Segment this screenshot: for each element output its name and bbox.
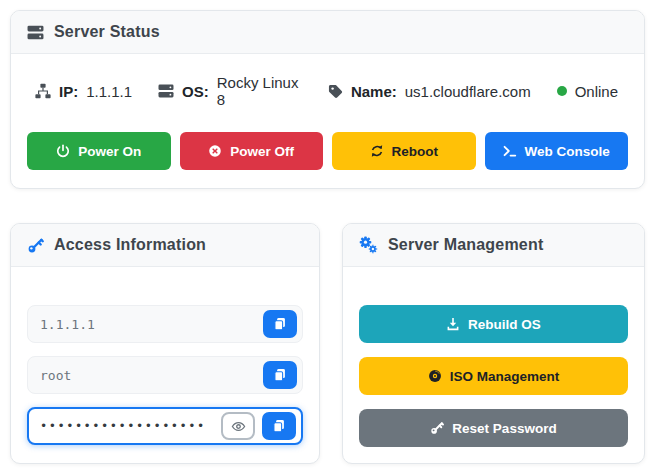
power-on-label: Power On	[78, 144, 141, 159]
power-on-button[interactable]: Power On	[27, 132, 171, 170]
reboot-button[interactable]: Reboot	[332, 132, 476, 170]
server-small-icon	[158, 83, 174, 99]
disc-icon	[428, 369, 442, 383]
ip-label: IP:	[59, 83, 78, 100]
rebuild-os-label: Rebuild OS	[468, 317, 541, 332]
copy-icon	[273, 368, 287, 382]
server-status-body: IP: 1.1.1.1 OS: Rocky Linux 8	[11, 54, 644, 188]
copy-username-button[interactable]	[263, 361, 297, 389]
key-small-icon	[430, 421, 444, 435]
reboot-label: Reboot	[392, 144, 439, 159]
page: Server Status IP: 1.1.1.1	[0, 0, 655, 474]
ip-field-group	[27, 305, 303, 343]
server-info-row: IP: 1.1.1.1 OS: Rocky Linux 8	[35, 74, 622, 108]
tag-icon	[328, 84, 343, 99]
iso-management-button[interactable]: ISO Management	[359, 357, 628, 395]
username-field-group	[27, 356, 303, 394]
os-info: OS: Rocky Linux 8	[158, 74, 302, 108]
sync-icon	[370, 144, 384, 158]
power-icon	[56, 144, 70, 158]
server-management-body: Rebuild OS ISO Management	[343, 267, 644, 463]
os-label: OS:	[182, 83, 209, 100]
copy-password-button[interactable]	[262, 412, 296, 440]
server-management-header: Server Management	[343, 224, 644, 267]
terminal-icon	[503, 144, 517, 158]
name-value: us1.cloudflare.com	[405, 83, 531, 100]
access-information-header: Access Information	[11, 224, 319, 267]
copy-icon	[272, 419, 286, 433]
username-field[interactable]	[40, 368, 256, 383]
toggle-password-visibility-button[interactable]	[221, 412, 255, 440]
online-dot	[557, 86, 567, 96]
ip-info: IP: 1.1.1.1	[35, 83, 132, 100]
access-information-card: Access Information	[10, 223, 320, 464]
circle-x-icon	[208, 144, 222, 158]
web-console-button[interactable]: Web Console	[485, 132, 629, 170]
name-label: Name:	[351, 83, 397, 100]
server-status-title: Server Status	[54, 23, 160, 41]
os-value: Rocky Linux 8	[217, 74, 302, 108]
download-icon	[446, 317, 460, 331]
eye-icon	[231, 419, 246, 434]
power-off-button[interactable]: Power Off	[180, 132, 324, 170]
reset-password-label: Reset Password	[452, 421, 556, 436]
server-status-card: Server Status IP: 1.1.1.1	[10, 10, 645, 189]
online-label: Online	[575, 83, 618, 100]
online-status: Online	[557, 83, 618, 100]
iso-management-label: ISO Management	[450, 369, 560, 384]
name-info: Name: us1.cloudflare.com	[328, 83, 531, 100]
ip-value: 1.1.1.1	[86, 83, 132, 100]
reset-password-button[interactable]: Reset Password	[359, 409, 628, 447]
access-information-title: Access Information	[54, 236, 206, 254]
password-field-group	[27, 407, 303, 445]
password-field[interactable]	[40, 419, 214, 433]
server-management-title: Server Management	[388, 236, 543, 254]
gears-icon	[359, 236, 378, 254]
server-management-card: Server Management Rebuild OS	[342, 223, 645, 464]
ip-field[interactable]	[40, 317, 256, 332]
server-status-header: Server Status	[11, 11, 644, 54]
power-off-label: Power Off	[230, 144, 294, 159]
rebuild-os-button[interactable]: Rebuild OS	[359, 305, 628, 343]
power-actions-row: Power On Power Off	[27, 132, 628, 170]
server-icon	[27, 24, 44, 41]
copy-icon	[273, 317, 287, 331]
bottom-row: Access Information	[10, 223, 645, 464]
copy-ip-button[interactable]	[263, 310, 297, 338]
access-information-body	[11, 267, 319, 461]
network-icon	[35, 83, 51, 99]
key-icon	[27, 237, 44, 254]
web-console-label: Web Console	[525, 144, 610, 159]
